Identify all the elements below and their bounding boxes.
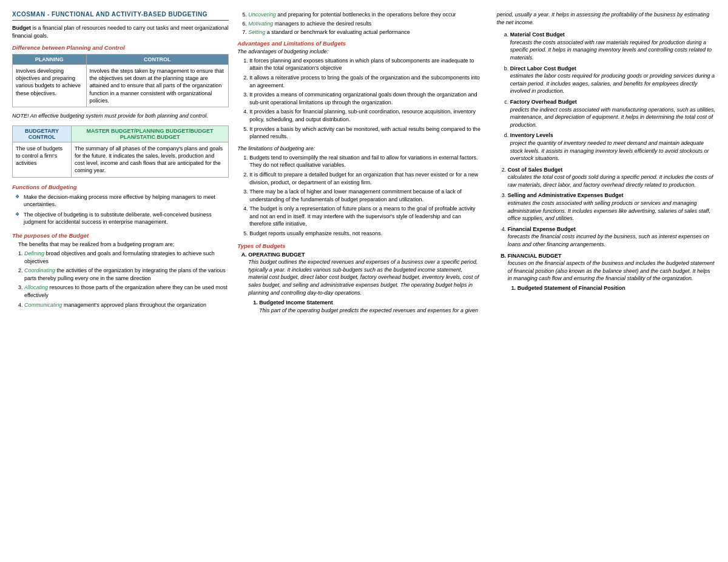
operating-budget-desc: This budget outlines the expected revenu… — [248, 258, 482, 296]
advantages-list: It forces planning and exposes situation… — [237, 57, 482, 141]
list-item: It provides a basis for financial planni… — [249, 108, 482, 123]
list-item: Coordinating the activities of the organ… — [24, 267, 229, 282]
title-divider — [12, 20, 229, 21]
purpose-label-1: Defining — [24, 250, 44, 256]
master-budget-header: MASTER BUDGET/PLANNING BUDGET/BUDGET PLA… — [72, 126, 229, 142]
num-budgets-list: Cost of Sales Budget calculates the tota… — [497, 166, 716, 249]
setting-label: Setting — [248, 29, 265, 35]
list-item: Direct Labor Cost Budget estimates the l… — [510, 65, 716, 95]
list-item: Make the decision-making process more ef… — [15, 193, 229, 209]
motivating-label: Motivating — [248, 21, 273, 27]
direct-labor-desc: estimates the labor costs required for p… — [510, 72, 716, 95]
list-item: Material Cost Budget forecasts the costs… — [510, 31, 716, 61]
list-item: FINANCIAL BUDGET focuses on the financia… — [508, 252, 716, 292]
financial-expense-desc: forecasts the financial costs incurred b… — [508, 233, 716, 248]
uncovering-label: Uncovering — [248, 12, 276, 18]
purposes-heading: The purposes of the Budget — [12, 232, 229, 239]
budgeted-statement-label: Budgeted Statement of Financial Position — [517, 285, 625, 291]
sub-budgets-list: Material Cost Budget forecasts the costs… — [497, 31, 716, 162]
purposes-intro: The benefits that may be realized from a… — [12, 241, 229, 247]
planning-header: PLANNING — [13, 55, 87, 65]
factory-overhead-desc: predicts the indirect costs associated w… — [510, 106, 716, 129]
budgetary-master-table: BUDGETARY CONTROL MASTER BUDGET/PLANNING… — [12, 125, 229, 178]
planning-control-heading: Difference between Planning and Control — [12, 44, 229, 51]
list-item: Inventory Levels project the quantity of… — [510, 132, 716, 162]
list-item: It provides a basis by which activity ca… — [249, 125, 482, 141]
list-item: OPERATING BUDGET This budget outlines th… — [248, 251, 482, 315]
operating-budget-label: OPERATING BUDGET — [248, 252, 305, 258]
list-item: It allows a reiterative process to bring… — [249, 74, 482, 89]
planning-note: NOTE! An effective budgeting system must… — [12, 112, 229, 119]
intro-text: Budget is a financial plan of resources … — [12, 24, 229, 39]
list-item: The objective of budgeting is to substit… — [15, 211, 229, 226]
list-item: Selling and Administrative Expenses Budg… — [508, 192, 716, 222]
list-item: Defining broad objectives and goals and … — [24, 250, 229, 265]
cost-of-sales-desc: calculates the total cost of goods sold … — [508, 173, 716, 189]
functions-list: Make the decision-making process more ef… — [12, 193, 229, 226]
material-cost-label: Material Cost Budget — [510, 32, 565, 38]
purpose-text-3: resources to those parts of the organiza… — [24, 284, 228, 298]
cost-of-sales-label: Cost of Sales Budget — [508, 167, 563, 173]
limitations-intro: The limitations of budgeting are: — [237, 146, 482, 152]
list-item: Budgets tend to oversimplify the real si… — [249, 154, 482, 169]
purpose-label-2: Coordinating — [24, 267, 55, 273]
control-cell: Involves the steps taken by management t… — [86, 65, 229, 107]
list-item: Budget reports usually emphasize results… — [249, 230, 482, 238]
budgetary-cell: The use of budgets to control a firm's a… — [13, 142, 72, 178]
list-item: Budgeted Income Statement This part of t… — [259, 299, 482, 314]
list-item: Uncovering and preparing for potential b… — [248, 11, 482, 19]
financial-budget-label: FINANCIAL BUDGET — [508, 253, 562, 259]
limitations-list: Budgets tend to oversimplify the real si… — [237, 154, 482, 238]
list-item: Financial Expense Budget forecasts the f… — [508, 226, 716, 249]
factory-overhead-label: Factory Overhead Budget — [510, 99, 577, 105]
list-item: Setting a standard or benchmark for eval… — [248, 28, 482, 36]
column-3: period, usually a year. It helps in asse… — [491, 11, 716, 317]
advantages-intro: The advantages of budgeting include: — [237, 49, 482, 55]
list-item: Factory Overhead Budget predicts the ind… — [510, 98, 716, 129]
purpose-label-4: Communicating — [24, 302, 62, 308]
list-item: Communicating management's approved plan… — [24, 301, 229, 309]
selling-admin-label: Selling and Administrative Expenses Budg… — [508, 192, 624, 198]
uncovering-text: and preparing for potential bottlenecks … — [276, 12, 456, 18]
list-item: It forces planning and exposes situation… — [249, 57, 482, 72]
motivating-text: managers to achieve the desired results — [273, 21, 371, 27]
operating-sub-list: Budgeted Income Statement This part of t… — [248, 299, 482, 314]
material-cost-desc: forecasts the costs associated with raw … — [510, 39, 716, 62]
list-item: Cost of Sales Budget calculates the tota… — [508, 166, 716, 189]
types-list: OPERATING BUDGET This budget outlines th… — [237, 251, 482, 315]
inventory-levels-label: Inventory Levels — [510, 132, 553, 138]
list-item: Allocating resources to those parts of t… — [24, 284, 229, 299]
financial-expense-label: Financial Expense Budget — [508, 226, 576, 232]
selling-admin-desc: estimates the costs associated with sell… — [508, 199, 716, 222]
control-header: CONTROL — [86, 55, 229, 65]
direct-labor-label: Direct Labor Cost Budget — [510, 65, 576, 72]
financial-budget-list: FINANCIAL BUDGET focuses on the financia… — [497, 252, 716, 292]
purpose-text-1: broad objectives and goals and formulati… — [24, 250, 215, 264]
col3-intro: period, usually a year. It helps in asse… — [497, 11, 716, 26]
budgetary-header: BUDGETARY CONTROL — [13, 126, 72, 142]
financial-budget-desc: focuses on the financial aspects of the … — [508, 259, 716, 283]
table-row: The use of budgets to control a firm's a… — [13, 142, 229, 178]
types-heading: Types of Budgets — [237, 243, 482, 249]
inventory-levels-desc: project the quantity of inventory needed… — [510, 139, 716, 162]
advantages-heading: Advantages and Limitations of Budgets — [237, 40, 482, 47]
setting-text: a standard or benchmark for evaluating a… — [265, 29, 410, 35]
budgeted-income-desc: This part of the operating budget predic… — [259, 307, 482, 315]
column-2: Uncovering and preparing for potential b… — [237, 11, 491, 317]
pre-items-list: Uncovering and preparing for potential b… — [237, 11, 482, 36]
purpose-text-4: management's approved plans throughout t… — [62, 302, 206, 308]
list-item: It provides a means of communicating org… — [249, 91, 482, 106]
master-budget-cell: The summary of all phases of the company… — [72, 142, 229, 178]
purpose-label-3: Allocating — [24, 284, 48, 290]
functions-heading: Functions of Budgeting — [12, 184, 229, 190]
planning-cell: Involves developing objectives and prepa… — [13, 65, 87, 107]
list-item: It is difficult to prepare a detailed bu… — [249, 171, 482, 186]
list-item: Motivating managers to achieve the desir… — [248, 20, 482, 28]
table-row: Involves developing objectives and prepa… — [13, 65, 229, 107]
planning-control-table: PLANNING CONTROL Involves developing obj… — [12, 54, 229, 107]
list-item: Budgeted Statement of Financial Position — [517, 284, 716, 292]
list-item: The budget is only a representation of f… — [249, 205, 482, 228]
list-item: There may be a lack of higher and lower … — [249, 188, 482, 203]
purposes-list: Defining broad objectives and goals and … — [12, 250, 229, 309]
page-title: XCOSMAN - FUNCTIONAL AND ACTIVITY-BASED … — [12, 11, 229, 18]
